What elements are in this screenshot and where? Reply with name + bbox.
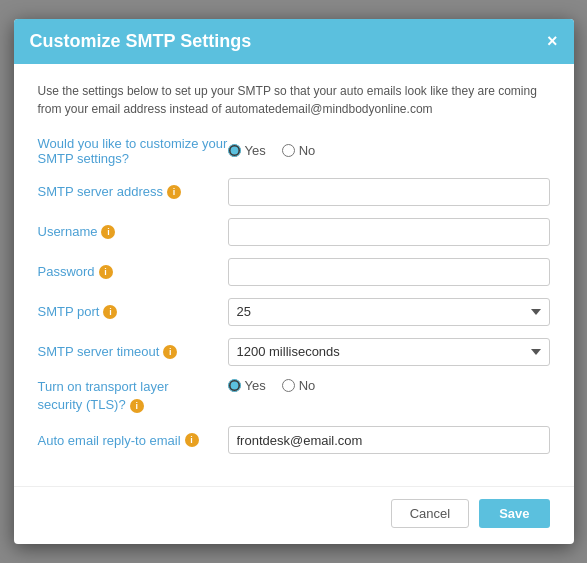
reply-to-input[interactable] [228,426,550,454]
username-info-icon[interactable]: i [101,225,115,239]
modal-body: Use the settings below to set up your SM… [14,64,574,486]
reply-to-info-icon[interactable]: i [185,433,199,447]
tls-radio-group: Yes No [228,378,550,393]
customize-row: Would you like to customize your SMTP se… [38,136,550,166]
password-row: Password i [38,258,550,286]
username-label: Username i [38,224,228,239]
smtp-timeout-info-icon[interactable]: i [163,345,177,359]
username-input[interactable] [228,218,550,246]
tls-info-icon[interactable]: i [130,399,144,413]
customize-no-label[interactable]: No [282,143,316,158]
smtp-address-label: SMTP server address i [38,184,228,199]
smtp-address-row: SMTP server address i [38,178,550,206]
username-row: Username i [38,218,550,246]
password-label: Password i [38,264,228,279]
tls-yes-radio[interactable] [228,379,241,392]
reply-to-row: Auto email reply-to email i [38,426,550,454]
customize-yes-label[interactable]: Yes [228,143,266,158]
smtp-port-label: SMTP port i [38,304,228,319]
tls-no-radio[interactable] [282,379,295,392]
smtp-port-row: SMTP port i 25 465 587 [38,298,550,326]
customize-label: Would you like to customize your SMTP se… [38,136,228,166]
password-input[interactable] [228,258,550,286]
modal-header: Customize SMTP Settings × [14,19,574,64]
tls-no-label[interactable]: No [282,378,316,393]
tls-yes-label[interactable]: Yes [228,378,266,393]
save-button[interactable]: Save [479,499,549,528]
password-info-icon[interactable]: i [99,265,113,279]
close-button[interactable]: × [547,32,558,50]
description-text: Use the settings below to set up your SM… [38,82,550,118]
customize-no-radio[interactable] [282,144,295,157]
smtp-port-select[interactable]: 25 465 587 [228,298,550,326]
smtp-timeout-row: SMTP server timeout i 1200 milliseconds … [38,338,550,366]
smtp-timeout-select[interactable]: 1200 milliseconds 5000 milliseconds 1000… [228,338,550,366]
customize-yes-radio[interactable] [228,144,241,157]
customize-radio-group: Yes No [228,143,550,158]
smtp-settings-modal: Customize SMTP Settings × Use the settin… [14,19,574,544]
tls-row: Turn on transport layer security (TLS)? … [38,378,550,414]
modal-footer: Cancel Save [14,486,574,544]
reply-to-label: Auto email reply-to email i [38,433,228,448]
smtp-address-info-icon[interactable]: i [167,185,181,199]
cancel-button[interactable]: Cancel [391,499,469,528]
smtp-port-info-icon[interactable]: i [103,305,117,319]
smtp-address-input[interactable] [228,178,550,206]
smtp-timeout-label: SMTP server timeout i [38,344,228,359]
modal-title: Customize SMTP Settings [30,31,252,52]
tls-label: Turn on transport layer security (TLS)? … [38,378,228,414]
